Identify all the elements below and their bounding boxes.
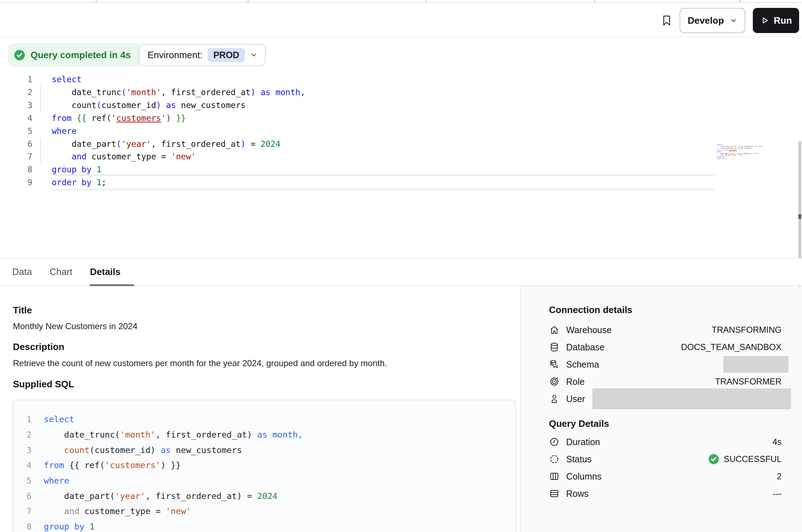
editor-line-2[interactable]: 2 date_trunc('month', first_ordered_at) …	[0, 86, 715, 99]
supplied-sql-line-8: 8group by 1	[13, 519, 516, 532]
rows-row: Rows---	[549, 487, 782, 500]
active-line-highlight	[52, 174, 715, 176]
code-token: customer_id	[101, 101, 156, 110]
code-token: '	[111, 113, 116, 123]
line-number: 3	[13, 445, 32, 455]
editor-scrollbar-thumb[interactable]	[798, 214, 801, 219]
code-token: and	[71, 152, 87, 161]
code-token: new_customers	[176, 101, 246, 110]
code-text: group by 1	[52, 165, 102, 174]
supplied-sql-line-1: 1select	[13, 412, 516, 427]
code-token: (	[97, 101, 102, 110]
success-check-icon	[13, 49, 26, 61]
run-button[interactable]: Run	[753, 8, 799, 33]
code-token: where	[44, 476, 69, 486]
code-token: , first_ordered_at	[151, 139, 241, 149]
title-value: Monthly New Customers in 2024	[13, 321, 137, 331]
line-number: 1	[13, 414, 32, 424]
supplied-sql-line-5: 5where	[13, 473, 516, 489]
line-number: 4	[13, 460, 32, 470]
code-token: as	[161, 101, 176, 110]
code-text: where	[44, 476, 69, 486]
develop-label: Develop	[687, 15, 724, 26]
environment-label: Environment:	[148, 50, 202, 61]
code-token	[171, 113, 176, 123]
tab-divider	[425, 0, 426, 3]
code-token: ref(	[87, 113, 111, 123]
connection-details-heading: Connection details	[549, 304, 633, 316]
tab-details[interactable]: Details	[90, 266, 121, 277]
code-token: 'month'	[120, 430, 155, 440]
editor-line-4[interactable]: 4from {{ ref('customers') }}	[0, 112, 715, 125]
code-token: ;	[726, 158, 727, 159]
code-token: 'month'	[126, 88, 161, 97]
code-token: customers	[116, 113, 161, 123]
supplied-sql-heading: Supplied SQL	[13, 379, 74, 390]
sql-editor[interactable]: 1select2 date_trunc('month', first_order…	[0, 73, 802, 258]
database-row: DatabaseDOCS_TEAM_SANDBOX	[549, 341, 782, 354]
code-text: from {{ ref('customers') }}	[44, 460, 181, 470]
code-token: }}	[176, 113, 186, 123]
database-value: DOCS_TEAM_SANDBOX	[681, 342, 782, 352]
code-token: ) }}	[160, 460, 181, 470]
editor-line-9[interactable]: 9order by 1;	[0, 176, 715, 189]
bookmark-button[interactable]	[658, 11, 675, 29]
code-token: 'customers'	[105, 460, 161, 470]
code-token: 'new'	[166, 506, 191, 516]
code-text: date_part('year', first_ordered_at) = 20…	[52, 139, 280, 149]
code-text: count(customer_id) as new_customers	[44, 445, 242, 455]
details-panel: Title Monthly New Customers in 2024 Desc…	[0, 287, 802, 532]
status-value: SUCCESSFUL	[724, 454, 782, 464]
code-token: as month,	[256, 88, 305, 97]
line-number: 8	[13, 522, 32, 532]
role-icon	[549, 376, 560, 387]
code-token: ref(	[723, 149, 728, 151]
editor-line-7[interactable]: 7 and customer_type = 'new'	[0, 150, 715, 163]
editor-line-1[interactable]: 1select	[0, 73, 715, 86]
editor-line-8[interactable]: 8group by 1	[0, 163, 715, 176]
code-token	[71, 113, 76, 123]
line-number: 6	[0, 139, 32, 149]
tab-chart[interactable]: Chart	[50, 266, 73, 277]
code-text: date_trunc('month', first_ordered_at) as…	[52, 88, 305, 97]
code-text: group by 1	[44, 522, 95, 532]
code-token	[52, 152, 71, 161]
active-tab-underline	[90, 284, 134, 286]
duration-row: Duration4s	[549, 435, 782, 448]
code-token: 2024	[261, 139, 280, 149]
code-token: as month,	[754, 145, 763, 147]
code-token: , first_ordered_at	[161, 88, 251, 97]
code-text: where	[52, 126, 76, 136]
code-token: and	[64, 506, 79, 516]
query-status-pill: Query completed in 4s	[8, 43, 140, 67]
code-token: )	[156, 101, 161, 110]
line-number: 9	[0, 178, 32, 187]
line-number: 2	[0, 88, 32, 97]
connection-details-panel: Connection details WarehouseTRANSFORMING…	[520, 287, 802, 532]
tab-data[interactable]: Data	[12, 266, 32, 277]
code-text: and customer_type = 'new'	[44, 506, 191, 516]
line-number: 6	[13, 491, 32, 501]
editor-line-5[interactable]: 5where	[0, 125, 715, 137]
code-text: order by 1;	[52, 178, 106, 187]
description-heading: Description	[13, 341, 64, 353]
title-heading: Title	[13, 305, 32, 316]
code-token: date_trunc(	[44, 430, 120, 440]
code-token: date_trunc	[52, 88, 121, 97]
columns-row: Columns2	[549, 470, 782, 483]
query-details-heading: Query Details	[549, 418, 609, 429]
code-token: customer_type =	[79, 506, 166, 516]
line-number: 4	[0, 113, 32, 123]
code-token: =	[246, 139, 261, 149]
code-token	[44, 445, 64, 455]
code-token: )	[166, 113, 171, 123]
code-token: where	[52, 126, 76, 136]
environment-dropdown[interactable]: Environment: PROD	[139, 44, 266, 66]
editor-minimap[interactable]: select date_trunc('month', first_ordered…	[717, 144, 761, 160]
code-token: (	[121, 88, 126, 97]
develop-dropdown-button[interactable]: Develop	[680, 8, 745, 33]
editor-line-3[interactable]: 3 count(customer_id) as new_customers	[0, 99, 715, 112]
run-label: Run	[774, 15, 792, 26]
editor-line-6[interactable]: 6 date_part('year', first_ordered_at) = …	[0, 137, 715, 150]
environment-value-badge: PROD	[208, 48, 245, 62]
